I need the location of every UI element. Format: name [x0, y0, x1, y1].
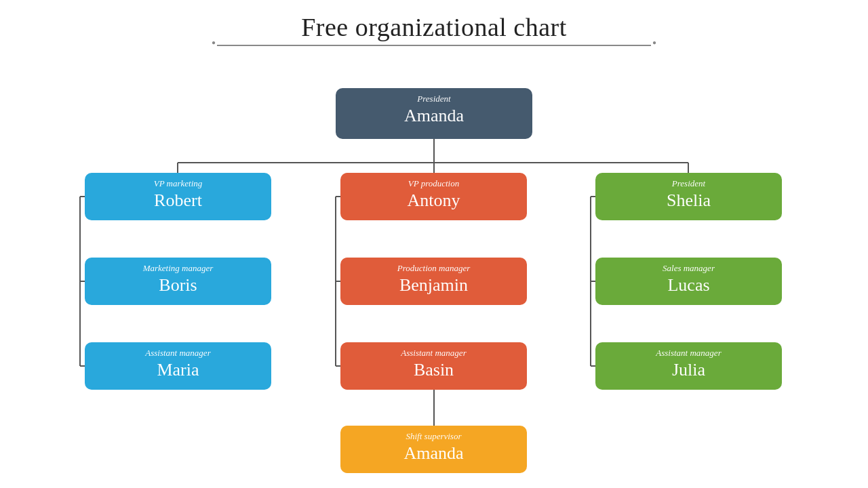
box-lucas: Sales manager Lucas: [595, 258, 782, 305]
name-robert: Robert: [93, 190, 263, 211]
box-benjamin: Production manager Benjamin: [340, 258, 527, 305]
box-president: President Amanda: [336, 88, 532, 139]
box-amanda-shift: Shift supervisor Amanda: [340, 426, 527, 473]
name-president: Amanda: [344, 106, 524, 126]
name-shelia: Shelia: [604, 190, 774, 211]
name-julia: Julia: [604, 360, 774, 380]
box-robert: VP marketing Robert: [85, 173, 271, 220]
role-julia: Assistant manager: [604, 348, 774, 359]
box-shelia: President Shelia: [595, 173, 782, 220]
title-divider: [217, 45, 651, 46]
org-chart: President Amanda VP marketing Robert VP …: [0, 54, 868, 488]
role-shelia: President: [604, 178, 774, 189]
role-antony: VP production: [349, 178, 519, 189]
box-basin: Assistant manager Basin: [340, 342, 527, 390]
role-basin: Assistant manager: [349, 348, 519, 359]
name-antony: Antony: [349, 190, 519, 211]
box-julia: Assistant manager Julia: [595, 342, 782, 390]
box-antony: VP production Antony: [340, 173, 527, 220]
title-area: Free organizational chart: [0, 0, 868, 46]
box-boris: Marketing manager Boris: [85, 258, 271, 305]
page: Free organizational chart: [0, 0, 868, 488]
role-benjamin: Production manager: [349, 263, 519, 274]
role-maria: Assistant manager: [93, 348, 263, 359]
box-maria: Assistant manager Maria: [85, 342, 271, 390]
role-robert: VP marketing: [93, 178, 263, 189]
role-boris: Marketing manager: [93, 263, 263, 274]
role-amanda-shift: Shift supervisor: [349, 431, 519, 442]
name-maria: Maria: [93, 360, 263, 380]
name-boris: Boris: [93, 275, 263, 296]
name-lucas: Lucas: [604, 275, 774, 296]
role-president: President: [344, 94, 524, 104]
name-benjamin: Benjamin: [349, 275, 519, 296]
name-basin: Basin: [349, 360, 519, 380]
name-amanda-shift: Amanda: [349, 443, 519, 464]
page-title: Free organizational chart: [0, 12, 868, 42]
role-lucas: Sales manager: [604, 263, 774, 274]
